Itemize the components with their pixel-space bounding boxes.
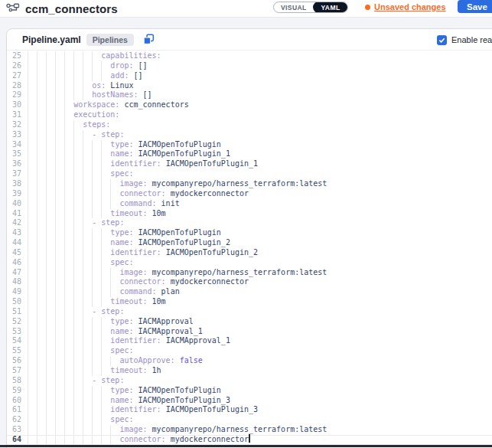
code-line[interactable]: 58- step: bbox=[7, 376, 492, 386]
line-content[interactable]: type: IACMOpenTofuPlugin bbox=[28, 140, 492, 150]
code-line[interactable]: 60name: IACMOpenTofuPlugin_3 bbox=[7, 396, 492, 406]
line-content[interactable]: identifier: IACMOpenTofuPlugin_1 bbox=[28, 159, 492, 169]
code-line[interactable]: 28os: Linux bbox=[7, 81, 492, 91]
code-line[interactable]: 50timeout: 10m bbox=[7, 297, 492, 307]
indent-guide bbox=[101, 61, 102, 71]
line-content[interactable]: autoApprove: false bbox=[28, 356, 492, 366]
line-content[interactable]: steps: bbox=[28, 120, 492, 130]
code-line[interactable]: 48connector: mydockerconnector bbox=[7, 277, 492, 287]
line-content[interactable]: command: init bbox=[28, 199, 492, 209]
line-content[interactable]: workspace: ccm_connectors bbox=[28, 100, 492, 110]
code-line[interactable]: 40command: init bbox=[7, 199, 492, 209]
line-content[interactable]: spec: bbox=[28, 415, 492, 425]
line-content[interactable]: capabilities: bbox=[28, 51, 492, 61]
code-line[interactable]: 62spec: bbox=[7, 415, 492, 425]
line-content[interactable]: name: IACMOpenTofuPlugin_1 bbox=[28, 149, 492, 159]
indent-guide bbox=[37, 81, 37, 91]
code-line[interactable]: 33- step: bbox=[7, 130, 492, 140]
code-line[interactable]: 53name: IACMApproval_1 bbox=[7, 327, 492, 337]
line-content[interactable]: add: [] bbox=[28, 71, 492, 81]
line-content[interactable]: connector: mydockerconnector bbox=[28, 277, 492, 287]
line-content[interactable]: drop: [] bbox=[28, 61, 492, 71]
yaml-value: mydockerconnector bbox=[171, 435, 249, 443]
yaml-value: 10m bbox=[152, 209, 166, 217]
line-content[interactable]: - step: bbox=[28, 130, 492, 140]
code-line[interactable]: 63image: mycompanyrepo/harness_terraform… bbox=[7, 425, 492, 435]
line-content[interactable]: command: plan bbox=[28, 287, 492, 297]
indent-guide bbox=[55, 100, 56, 110]
enable-checkbox[interactable] bbox=[437, 35, 447, 45]
line-content[interactable]: identifier: IACMOpenTofuPlugin_2 bbox=[28, 248, 492, 258]
toggle-visual[interactable]: VISUAL bbox=[274, 2, 314, 12]
line-content[interactable]: name: IACMOpenTofuPlugin_2 bbox=[28, 238, 492, 248]
code-line[interactable]: 64connector: mydockerconnector bbox=[7, 435, 492, 445]
indent-guide bbox=[55, 71, 56, 81]
line-content[interactable]: identifier: IACMOpenTofuPlugin_3 bbox=[28, 405, 492, 415]
visual-yaml-toggle[interactable]: VISUAL YAML bbox=[273, 2, 348, 13]
line-content[interactable]: timeout: 10m bbox=[28, 297, 492, 307]
code-line[interactable]: 54identifier: IACMApproval_1 bbox=[7, 336, 492, 346]
code-line[interactable]: 35name: IACMOpenTofuPlugin_1 bbox=[7, 149, 492, 159]
toggle-yaml[interactable]: YAML bbox=[313, 2, 349, 13]
save-button[interactable]: Save ▼ bbox=[458, 0, 492, 13]
code-line[interactable]: 36identifier: IACMOpenTofuPlugin_1 bbox=[7, 159, 492, 169]
code-line[interactable]: 30workspace: ccm_connectors bbox=[7, 100, 492, 110]
code-line[interactable]: 49command: plan bbox=[7, 287, 492, 297]
code-line[interactable]: 59type: IACMOpenTofuPlugin bbox=[7, 386, 492, 396]
indent-guide bbox=[83, 218, 83, 228]
line-content[interactable]: identifier: IACMApproval_1 bbox=[28, 336, 492, 346]
line-content[interactable]: name: IACMOpenTofuPlugin_3 bbox=[28, 396, 492, 406]
code-line[interactable]: 39connector: mydockerconnector bbox=[7, 189, 492, 199]
line-content[interactable]: os: Linux bbox=[28, 81, 492, 91]
code-line[interactable]: 43type: IACMOpenTofuPlugin bbox=[7, 228, 492, 238]
line-content[interactable]: spec: bbox=[28, 169, 492, 179]
code-line[interactable]: 37spec: bbox=[7, 169, 492, 179]
line-content[interactable]: connector: mydockerconnector bbox=[28, 435, 492, 445]
line-content[interactable]: type: IACMOpenTofuPlugin bbox=[28, 386, 492, 396]
code-line[interactable]: 57timeout: 1h bbox=[7, 366, 492, 376]
code-line[interactable]: 31execution: bbox=[7, 110, 492, 120]
unsaved-changes-label[interactable]: Unsaved changes bbox=[374, 2, 446, 11]
code-line[interactable]: 26drop: [] bbox=[7, 61, 492, 71]
copy-icon[interactable] bbox=[143, 34, 155, 45]
line-content[interactable]: connector: mydockerconnector bbox=[28, 189, 492, 199]
code-line[interactable]: 55spec: bbox=[7, 346, 492, 356]
line-content[interactable]: type: IACMOpenTofuPlugin bbox=[28, 228, 492, 238]
line-content[interactable]: name: IACMApproval_1 bbox=[28, 327, 492, 337]
unsaved-changes[interactable]: Unsaved changes bbox=[365, 2, 446, 11]
line-content[interactable]: execution: bbox=[28, 110, 492, 120]
code-line[interactable]: 44name: IACMOpenTofuPlugin_2 bbox=[7, 238, 492, 248]
line-content[interactable]: image: mycompanyrepo/harness_terraform:l… bbox=[28, 425, 492, 435]
code-line[interactable]: 32steps: bbox=[7, 120, 492, 130]
line-content[interactable]: - step: bbox=[28, 376, 492, 386]
code-line[interactable]: 61identifier: IACMOpenTofuPlugin_3 bbox=[7, 405, 492, 415]
indent-guide bbox=[55, 189, 56, 199]
code-line[interactable]: 51- step: bbox=[7, 307, 492, 317]
line-content[interactable]: image: mycompanyrepo/harness_terraform:l… bbox=[28, 268, 492, 278]
code-line[interactable]: 25capabilities: bbox=[7, 51, 492, 61]
line-content[interactable]: - step: bbox=[28, 218, 492, 228]
code-line[interactable]: 46spec: bbox=[7, 258, 492, 268]
code-line[interactable]: 29hostNames: [] bbox=[7, 90, 492, 100]
code-line[interactable]: 56autoApprove: false bbox=[7, 356, 492, 366]
code-editor[interactable]: 25capabilities:26drop: []27add: []28os: … bbox=[7, 51, 492, 446]
line-number: 41 bbox=[7, 209, 28, 219]
line-content[interactable]: timeout: 1h bbox=[28, 366, 492, 376]
code-line[interactable]: 41timeout: 10m bbox=[7, 209, 492, 219]
code-line[interactable]: 47image: mycompanyrepo/harness_terraform… bbox=[7, 268, 492, 278]
line-content[interactable]: - step: bbox=[28, 307, 492, 317]
yaml-key: os: bbox=[92, 81, 106, 90]
code-line[interactable]: 38image: mycompanyrepo/harness_terraform… bbox=[7, 179, 492, 189]
line-content[interactable]: type: IACMApproval bbox=[28, 317, 492, 327]
line-content[interactable]: spec: bbox=[28, 258, 492, 268]
code-line[interactable]: 34type: IACMOpenTofuPlugin bbox=[7, 140, 492, 150]
code-line[interactable]: 45identifier: IACMOpenTofuPlugin_2 bbox=[7, 248, 492, 258]
line-content[interactable]: spec: bbox=[28, 346, 492, 356]
code-line[interactable]: 27add: [] bbox=[7, 71, 492, 81]
save-button-label[interactable]: Save bbox=[458, 2, 492, 11]
line-content[interactable]: hostNames: [] bbox=[28, 90, 492, 100]
line-content[interactable]: image: mycompanyrepo/harness_terraform:l… bbox=[28, 179, 492, 189]
code-line[interactable]: 52type: IACMApproval bbox=[7, 317, 492, 327]
code-line[interactable]: 42- step: bbox=[7, 218, 492, 228]
line-content[interactable]: timeout: 10m bbox=[28, 209, 492, 219]
